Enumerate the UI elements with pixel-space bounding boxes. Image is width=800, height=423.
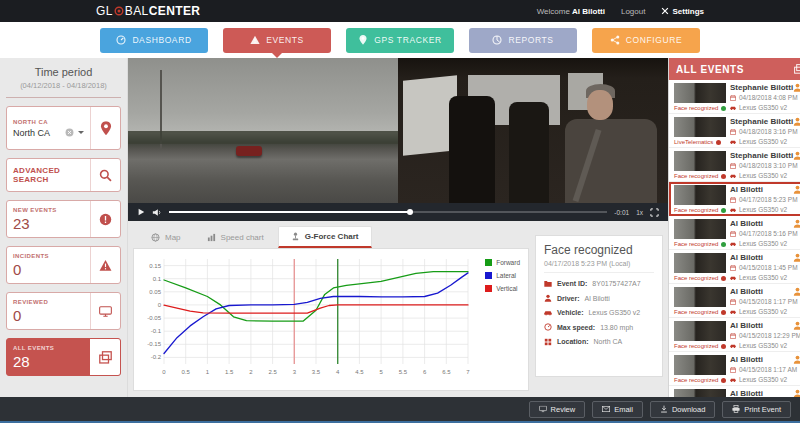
event-thumbnail (674, 253, 726, 273)
warning-triangle-icon (99, 259, 112, 272)
clear-circle-icon[interactable] (65, 128, 74, 137)
car-icon (730, 377, 736, 383)
fullscreen-icon[interactable] (650, 208, 659, 217)
seat (449, 96, 495, 203)
event-vehicle-row: Lexus GS350 v2 (730, 341, 800, 351)
svg-text:0.15: 0.15 (149, 263, 161, 269)
event-list-item[interactable]: Face recognized Stephanie Bilotti 04/18/… (669, 148, 800, 182)
counter-label: NEW EVENTS (13, 207, 84, 213)
person-icon (544, 294, 552, 302)
dual-camera-video (128, 58, 668, 203)
nav-events[interactable]: EVENTS (223, 28, 331, 53)
car-icon (730, 207, 736, 213)
svg-text:0.5: 0.5 (182, 369, 191, 375)
volume-icon[interactable] (152, 208, 162, 217)
download-button[interactable]: Download (650, 401, 715, 418)
print-event-button[interactable]: Print Event (722, 401, 791, 418)
calendar-icon (730, 129, 736, 135)
tab-map[interactable]: Map (139, 226, 193, 248)
event-list-item[interactable]: Face recognized Al Bilotti 04/15/2018 1:… (669, 284, 800, 318)
event-list-item[interactable]: Face recognized Al Bilotti 04/17/2018 5:… (669, 216, 800, 250)
nav-gps-tracker[interactable]: GPS TRACKER (346, 28, 454, 53)
nav-dashboard[interactable]: DASHBOARD (100, 28, 208, 53)
share-icon (610, 35, 620, 45)
driver-photo-icon[interactable] (793, 151, 800, 160)
calendar-icon (730, 231, 736, 237)
event-list-item[interactable]: LiveTelematics Stephanie Bilotti 04/18/2… (669, 114, 800, 148)
svg-text:-0.1: -0.1 (151, 328, 162, 334)
monitor-icon (539, 405, 547, 413)
region-select-value[interactable]: North CA (13, 128, 61, 138)
time-period-title: Time period (8, 66, 119, 78)
car-icon (730, 309, 736, 315)
car-icon (730, 241, 736, 247)
driver-photo-icon[interactable] (793, 185, 800, 194)
svg-text:-0.2: -0.2 (151, 354, 162, 360)
legend-entry: Vertical (485, 285, 520, 292)
envelope-icon (602, 405, 610, 413)
event-list-item[interactable]: Face recognized Al Bilotti 04/15/2018 12… (669, 318, 800, 352)
region-filter-card[interactable]: NORTH CA North CA (6, 106, 121, 150)
nav-reports[interactable]: REPORTS (469, 28, 577, 53)
driver-photo-icon[interactable] (793, 287, 800, 296)
event-driver-name: Stephanie Bilotti (730, 83, 800, 93)
event-list-item[interactable]: Face recognized Stephanie Bilotti 04/18/… (669, 80, 800, 114)
driver-photo-icon[interactable] (793, 219, 800, 228)
speedometer-icon (544, 323, 552, 331)
time-period: Time period (04/12/2018 - 04/18/2018) (6, 58, 121, 98)
driver-photo-icon[interactable] (793, 117, 800, 126)
event-date-row: 04/15/2018 1:17 AM (730, 365, 800, 375)
event-list-item[interactable]: Face recognized Al Bilotti 04/17/2018 5:… (669, 182, 800, 216)
settings-button[interactable]: Settings (661, 7, 704, 16)
event-date-row: 04/18/2018 3:10 PM (730, 161, 800, 171)
event-date-row: 04/18/2018 4:08 PM (730, 93, 800, 103)
center-column: -0:01 1x Map Speed chart G-Force Chart 0… (128, 58, 668, 397)
email-button[interactable]: Email (592, 401, 643, 418)
grid-icon (544, 338, 552, 346)
svg-text:2.5: 2.5 (268, 369, 277, 375)
svg-text:6.5: 6.5 (442, 369, 451, 375)
tab-gforce-chart[interactable]: G-Force Chart (278, 226, 372, 248)
event-list-item[interactable]: Face recognized Al Bilotti 04/15/2018 1:… (669, 352, 800, 386)
event-type-caption: Face recognized (674, 275, 726, 281)
counter-reviewed[interactable]: REVIEWED 0 (6, 292, 121, 330)
event-type-caption: Face recognized (674, 105, 726, 111)
car-icon (544, 309, 552, 317)
playback-speed[interactable]: 1x (636, 209, 643, 216)
video-seek-bar[interactable] (169, 211, 607, 213)
play-icon[interactable] (137, 208, 145, 216)
caret-down-icon[interactable] (78, 131, 84, 137)
copy-icon[interactable] (794, 64, 800, 74)
event-list-item[interactable]: Face recognized Al Bilotti 04/15/2018 1:… (669, 250, 800, 284)
driver-photo-icon[interactable] (793, 253, 800, 262)
driver-photo-icon[interactable] (793, 83, 800, 92)
red-car (236, 146, 262, 156)
event-thumbnail (674, 219, 726, 239)
logout-link[interactable]: Logout (621, 7, 645, 16)
detail-event-id: Event ID:8Y01757427A7 (544, 280, 654, 288)
svg-text:5.5: 5.5 (399, 369, 408, 375)
driver-photo-icon[interactable] (793, 389, 800, 397)
event-type-dot (721, 106, 726, 111)
nav-configure[interactable]: CONFIGURE (592, 28, 700, 53)
event-thumbnail (674, 83, 726, 103)
seek-knob[interactable] (407, 209, 413, 215)
seek-fill (169, 211, 410, 213)
gauge-icon (116, 35, 126, 45)
event-details-card: Face recognized 04/17/2018 5:23 PM (Loca… (535, 235, 663, 377)
counter-incidents[interactable]: INCIDENTS 0 (6, 246, 121, 284)
advanced-search-card[interactable]: ADVANCED SEARCH (6, 158, 121, 192)
counter-all-events[interactable]: ALL EVENTS 28 (6, 338, 121, 376)
driver-photo-icon[interactable] (793, 355, 800, 364)
event-list-item[interactable]: Al Bilotti (669, 386, 800, 397)
event-driver-name: Al Bilotti (730, 287, 800, 297)
review-button[interactable]: Review (529, 401, 586, 418)
tab-speed-chart[interactable]: Speed chart (195, 226, 276, 248)
event-driver-name: Stephanie Bilotti (730, 117, 800, 127)
cabin-camera-view (398, 58, 668, 203)
driver-photo-icon[interactable] (793, 321, 800, 330)
main-nav: DASHBOARD EVENTS GPS TRACKER REPORTS CON… (0, 22, 800, 58)
event-type-caption: Face recognized (674, 377, 726, 383)
svg-text:0: 0 (162, 369, 166, 375)
counter-new-events[interactable]: NEW EVENTS 23 (6, 200, 121, 238)
